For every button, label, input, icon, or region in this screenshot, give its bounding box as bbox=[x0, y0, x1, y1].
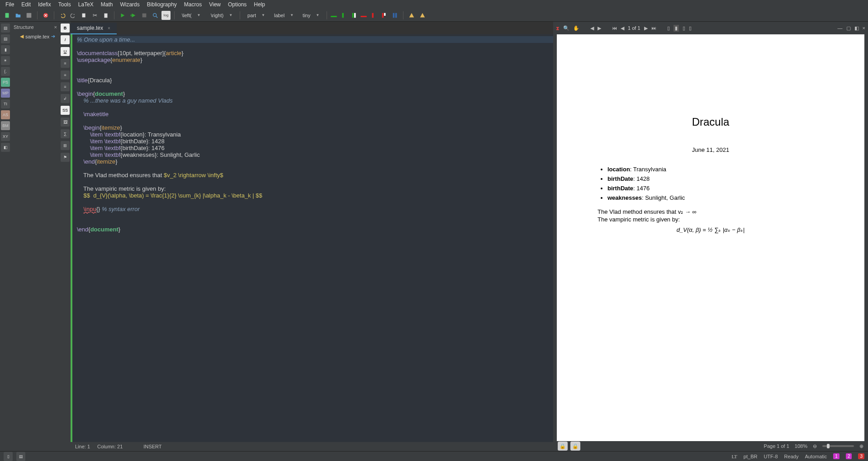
align-left-icon[interactable]: ≡ bbox=[61, 59, 70, 68]
menu-tools[interactable]: Tools bbox=[55, 1, 75, 8]
margin-red-icon[interactable] bbox=[369, 11, 378, 20]
bold-icon[interactable]: B bbox=[61, 24, 70, 33]
menu-latex[interactable]: LaTeX bbox=[75, 1, 97, 8]
tab-sample[interactable]: sample.tex × bbox=[71, 23, 117, 34]
align-center-icon[interactable]: ≡ bbox=[61, 71, 70, 80]
color-red-icon[interactable] bbox=[360, 16, 367, 17]
stop-icon[interactable] bbox=[140, 11, 149, 20]
image-icon[interactable]: 🖼 bbox=[61, 118, 70, 127]
copy-icon[interactable] bbox=[80, 11, 89, 20]
table-icon[interactable]: ⊞ bbox=[61, 141, 70, 150]
badge-2[interactable]: 2 bbox=[846, 453, 852, 459]
panel-btn-11[interactable]: XY bbox=[1, 132, 10, 141]
panel-btn-9[interactable]: AS bbox=[1, 110, 10, 119]
lock2-icon[interactable]: 🔒 bbox=[570, 442, 580, 451]
underline-icon[interactable]: U bbox=[61, 47, 70, 56]
page-fwd-icon[interactable]: ▶ bbox=[644, 25, 648, 31]
lang-label[interactable]: pt_BR bbox=[744, 454, 758, 459]
log-panel-icon[interactable]: ▤ bbox=[16, 452, 25, 461]
panel-btn-7[interactable]: MP bbox=[1, 89, 10, 98]
build-view-icon[interactable] bbox=[129, 11, 138, 20]
panel-btn-3[interactable]: ▮ bbox=[1, 45, 10, 54]
first-page-icon[interactable]: ⏮ bbox=[612, 25, 617, 31]
badge-3[interactable]: 3 bbox=[858, 453, 864, 459]
warning-icon[interactable] bbox=[407, 11, 416, 20]
margin-green-icon[interactable] bbox=[339, 11, 348, 20]
panel-btn-8[interactable]: TI bbox=[1, 99, 10, 108]
panel-btn-4[interactable]: ✶ bbox=[1, 56, 10, 65]
menu-wizards[interactable]: Wizards bbox=[116, 1, 143, 8]
encoding-label[interactable]: UTF-8 bbox=[764, 454, 778, 459]
menu-idefix[interactable]: Idefix bbox=[34, 1, 55, 8]
auto-label[interactable]: Automatic bbox=[805, 454, 827, 459]
panel-btn-10[interactable]: BM bbox=[1, 121, 10, 130]
structure-close-icon[interactable]: × bbox=[54, 24, 57, 30]
zoom-out-icon[interactable]: ⊖ bbox=[813, 443, 817, 449]
single-page-icon[interactable]: ▯ bbox=[667, 25, 670, 31]
search-icon[interactable]: 🔍 bbox=[563, 25, 569, 31]
redo-icon[interactable] bbox=[69, 11, 78, 20]
section-combo[interactable]: part▼ bbox=[244, 12, 269, 19]
zoom-in-icon[interactable]: ⊕ bbox=[859, 443, 863, 449]
italic-icon[interactable]: I bbox=[61, 35, 70, 44]
align-right-icon[interactable]: ≡ bbox=[61, 82, 70, 91]
flag-red-icon[interactable] bbox=[379, 11, 389, 20]
menu-math[interactable]: Math bbox=[97, 1, 117, 8]
new-file-icon[interactable] bbox=[3, 11, 12, 20]
menu-options[interactable]: Options bbox=[224, 1, 250, 8]
panel-btn-1[interactable]: ▤ bbox=[1, 24, 10, 33]
hand-icon[interactable]: ✋ bbox=[573, 25, 579, 31]
window-max-icon[interactable]: ▢ bbox=[846, 25, 851, 31]
window-ext-icon[interactable]: ◧ bbox=[854, 25, 859, 31]
color-blue-icon[interactable] bbox=[390, 11, 399, 20]
build-icon[interactable] bbox=[118, 11, 127, 20]
code-editor[interactable]: % Once upon a time... \documentclass[10p… bbox=[71, 34, 553, 442]
panel-btn-12[interactable]: ◧ bbox=[1, 143, 10, 152]
menu-view[interactable]: View bbox=[205, 1, 224, 8]
menu-edit[interactable]: Edit bbox=[18, 1, 34, 8]
left-delimiter-combo[interactable]: \left(▼ bbox=[178, 12, 205, 19]
next-page-icon[interactable]: ▶ bbox=[598, 25, 601, 31]
menu-macros[interactable]: Macros bbox=[180, 1, 205, 8]
page-back-icon[interactable]: ◀ bbox=[621, 25, 624, 31]
paste-icon[interactable] bbox=[101, 11, 110, 20]
fontsize-combo[interactable]: tiny▼ bbox=[299, 12, 323, 19]
color-green-icon[interactable] bbox=[331, 16, 337, 17]
close-icon[interactable] bbox=[41, 11, 50, 20]
log-icon[interactable]: log bbox=[161, 11, 171, 20]
tab-close-icon[interactable]: × bbox=[108, 26, 110, 31]
open-file-icon[interactable] bbox=[14, 11, 23, 20]
pdf-viewport[interactable]: Dracula June 11, 2021 location: Transylv… bbox=[553, 34, 868, 441]
newline-icon[interactable]: ↲ bbox=[61, 94, 70, 103]
undo-icon[interactable] bbox=[58, 11, 67, 20]
menu-help[interactable]: Help bbox=[250, 1, 269, 8]
zoom-slider[interactable] bbox=[822, 445, 854, 447]
continuous-icon[interactable]: ▯ bbox=[683, 25, 685, 31]
save-icon[interactable] bbox=[24, 11, 33, 20]
sync-icon[interactable]: ⧗ bbox=[556, 25, 560, 31]
panel-btn-6[interactable]: PS bbox=[1, 78, 10, 87]
fit-page-icon[interactable]: ▮ bbox=[674, 25, 679, 32]
lock-icon[interactable]: 🔒 bbox=[558, 442, 568, 451]
prev-page-icon[interactable]: ◀ bbox=[590, 25, 594, 31]
two-page-icon[interactable]: ▯ bbox=[689, 25, 692, 31]
panel-btn-5[interactable]: {. bbox=[1, 67, 10, 76]
badge-1[interactable]: 1 bbox=[833, 453, 840, 459]
structure-file-item[interactable]: ◀ sample.tex ➔ bbox=[11, 33, 60, 40]
panel-btn-2[interactable]: ▤ bbox=[1, 34, 10, 43]
equation-icon[interactable]: ∑ bbox=[61, 129, 70, 138]
flag-icon[interactable]: ⚑ bbox=[61, 153, 70, 162]
window-close-icon[interactable]: × bbox=[863, 25, 865, 31]
menu-file[interactable]: File bbox=[2, 1, 18, 8]
messages-icon[interactable]: ▯ bbox=[4, 452, 13, 461]
warning2-icon[interactable] bbox=[418, 11, 427, 20]
menu-bibliography[interactable]: Bibliography bbox=[143, 1, 180, 8]
window-min-icon[interactable]: — bbox=[838, 25, 843, 31]
view-pdf-icon[interactable] bbox=[151, 11, 160, 20]
last-page-icon[interactable]: ⏭ bbox=[651, 25, 656, 31]
flag-green-icon[interactable] bbox=[350, 11, 359, 20]
cut-icon[interactable]: ✂ bbox=[90, 11, 100, 20]
right-delimiter-combo[interactable]: \right)▼ bbox=[207, 12, 236, 19]
label-combo[interactable]: label▼ bbox=[270, 12, 297, 19]
superscript-icon[interactable]: SS bbox=[61, 106, 70, 115]
